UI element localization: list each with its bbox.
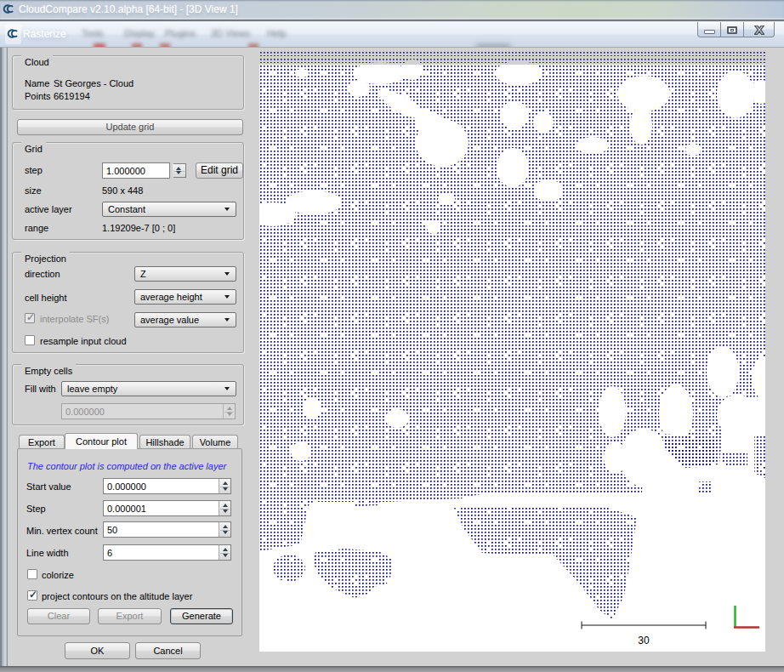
svg-text:30: 30: [638, 635, 650, 646]
